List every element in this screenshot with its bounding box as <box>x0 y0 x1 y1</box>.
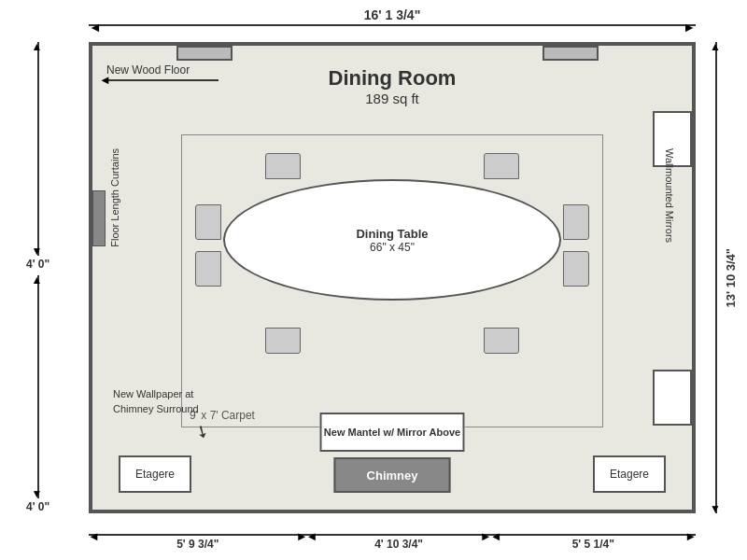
room-title-section: Dining Room 189 sq ft <box>92 66 692 106</box>
chair-left-bot <box>195 251 221 287</box>
chair-top-left <box>265 153 301 179</box>
chair-bot-left <box>265 328 301 354</box>
mantel-label: New Mantel w/ Mirror Above <box>324 427 460 438</box>
top-dim-label: 16' 1 3/4" <box>364 7 421 22</box>
etagere-left: Etagere <box>119 455 191 493</box>
chair-right-top <box>563 204 589 240</box>
table-section: Dining Table 66" x 45" <box>195 153 589 354</box>
etagere-left-label: Etagere <box>135 468 175 481</box>
bottom-dim-center: ◄ ► 4' 10 3/4" <box>307 534 491 551</box>
etagere-right-label: Etagere <box>610 468 649 481</box>
table-size: 66" x 45" <box>370 241 415 254</box>
room-area: 189 sq ft <box>92 91 692 106</box>
dining-table: Dining Table 66" x 45" <box>223 179 561 301</box>
bottom-dimensions: ◄ ► 5' 9 3/4" ◄ ► 4' 10 3/4" ◄ ► 5' 5 1/… <box>89 534 696 551</box>
floor-plan: New Wood Floor ◄ Dining Room 189 sq ft F… <box>89 42 696 513</box>
chair-right-bot <box>563 251 589 287</box>
right-dim-label: 13' 10 3/4" <box>724 248 738 307</box>
wallpaper-label: New Wallpaper at Chimney Surround <box>113 387 202 416</box>
bottom-dim-left: ◄ ► 5' 9 3/4" <box>89 534 307 551</box>
mantel-box: New Mantel w/ Mirror Above <box>320 413 465 452</box>
mirror-bottom <box>653 370 692 426</box>
bottom-dim-right: ◄ ► 5' 5 1/4" <box>491 534 696 551</box>
bottom-dim-left-label: 5' 9 3/4" <box>176 538 218 551</box>
door-top-left <box>176 46 233 61</box>
room-name: Dining Room <box>92 66 692 91</box>
curtain-fixture <box>92 190 106 246</box>
left-dim-top: ▲ ▼ 4' 0" <box>26 42 49 271</box>
left-dim-bottom: ▲ ▼ 4' 0" <box>26 275 49 513</box>
table-label: Dining Table <box>356 227 428 241</box>
chair-left-top <box>195 204 221 240</box>
door-top-right <box>543 46 599 61</box>
curtains-label: Floor Length Curtains <box>109 148 120 247</box>
diagram-container: 16' 1 3/4" ◄ ► ▲ ▼ 13' 10 3/4" ▲ ▼ 4' 0"… <box>0 0 747 560</box>
chimney-box: Chimney <box>334 457 451 493</box>
etagere-right: Etagere <box>593 455 666 493</box>
bottom-dim-center-label: 4' 10 3/4" <box>374 538 423 551</box>
chimney-label: Chimney <box>367 469 418 483</box>
left-dim-top-label: 4' 0" <box>26 258 49 271</box>
top-dimension: 16' 1 3/4" ◄ ► <box>89 7 696 26</box>
chair-top-right <box>484 153 519 179</box>
chair-bot-right <box>484 328 519 354</box>
mirrors-label: Wallmounted Mirrors <box>664 148 675 243</box>
left-dim-bottom-label: 4' 0" <box>26 500 49 513</box>
bottom-dim-right-label: 5' 5 1/4" <box>572 538 614 551</box>
